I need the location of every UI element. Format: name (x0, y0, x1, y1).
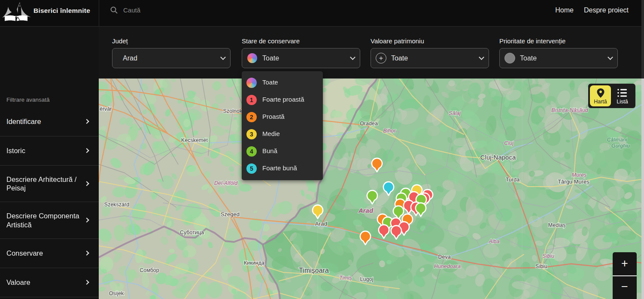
svg-text:- Gurghiu: - Gurghiu (608, 143, 630, 149)
svg-text:érvár: érvár (100, 106, 112, 112)
svg-text:Deva: Deva (438, 254, 450, 260)
svg-text:Arad: Arad (315, 220, 328, 227)
svg-text:Sibiu: Sibiu (542, 253, 554, 259)
svg-text:Суботица: Суботица (180, 230, 204, 236)
svg-text:Lugoj: Lugoj (360, 276, 374, 282)
svg-text:Hunedoara: Hunedoara (434, 263, 461, 269)
svg-text:Mediaș: Mediaș (548, 222, 565, 228)
svg-text:Dél-Alföld: Dél-Alföld (214, 180, 238, 186)
svg-text:Timiș: Timiș (339, 275, 352, 281)
svg-text:Osijek: Osijek (109, 290, 124, 296)
svg-text:Szolnok: Szolnok (223, 108, 243, 114)
svg-text:Mureș: Mureș (572, 172, 587, 178)
svg-text:Сомбор: Сомбор (140, 267, 159, 273)
svg-text:Sălaj: Sălaj (449, 110, 461, 116)
svg-text:Bistrița-Năsăud: Bistrița-Năsăud (551, 107, 588, 113)
svg-text:Târgu Mureș: Târgu Mureș (558, 178, 589, 185)
svg-text:Călimani: Călimani (607, 137, 627, 143)
svg-text:Szekszárd: Szekszárd (104, 202, 129, 208)
svg-text:Szeged: Szeged (221, 211, 240, 217)
svg-text:Cluj: Cluj (504, 140, 514, 146)
svg-text:Cluj-Napoca: Cluj-Napoca (480, 154, 516, 161)
svg-text:Turda: Turda (506, 177, 519, 183)
svg-text:Arad: Arad (358, 207, 374, 214)
svg-text:Кикинда: Кикинда (244, 260, 264, 266)
svg-text:Alba: Alba (488, 239, 499, 245)
svg-text:Kecskemét: Kecskemét (181, 137, 208, 143)
svg-text:Timișoara: Timișoara (299, 267, 329, 274)
svg-text:Oradea: Oradea (360, 121, 378, 127)
svg-text:Sibiu: Sibiu (535, 263, 547, 269)
svg-text:Bihor: Bihor (383, 128, 396, 134)
